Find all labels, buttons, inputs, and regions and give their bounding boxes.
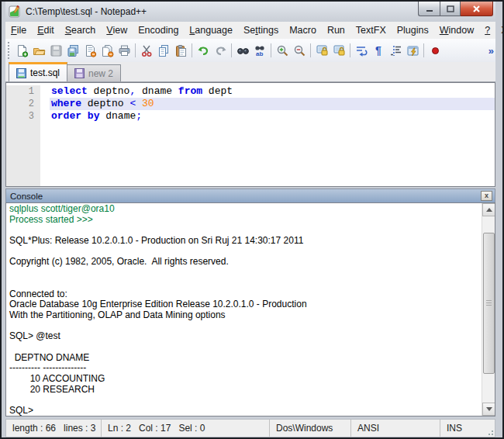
line-number: 2 — [6, 98, 40, 110]
toolbar-separator — [192, 43, 192, 57]
console-line: Connected to: — [9, 289, 482, 300]
zoom-out-button[interactable] — [291, 42, 308, 59]
window-title: C:\Temp\test.sql - Notepad++ — [26, 6, 147, 17]
sync-horizontal-scroll-button[interactable] — [330, 42, 347, 59]
menu-textfx[interactable]: TextFX — [350, 23, 392, 37]
console-panel-header[interactable]: Console x — [5, 188, 495, 202]
menu-settings[interactable]: Settings — [238, 23, 284, 37]
window-controls — [418, 2, 493, 16]
zoom-out-icon — [293, 44, 306, 57]
editor-line-1[interactable]: 1select deptno, dname from dept — [6, 85, 495, 98]
console-line: SQL*Plus: Release 10.2.0.1.0 - Productio… — [9, 236, 482, 247]
console-text: sqlplus scott/tiger@ora10 Process starte… — [6, 204, 482, 417]
close-button[interactable] — [461, 2, 493, 16]
find-button[interactable] — [234, 42, 251, 59]
saved-file-icon — [74, 68, 85, 78]
close-all-icon — [101, 44, 114, 57]
copy-icon — [157, 44, 171, 57]
menu-search[interactable]: Search — [60, 23, 102, 37]
menu-language[interactable]: Language — [184, 23, 238, 37]
zoom-in-button[interactable] — [274, 42, 291, 59]
console-close-button[interactable]: x — [481, 191, 492, 201]
fold-margin — [40, 123, 50, 187]
console-line — [9, 278, 482, 289]
editor-line-3[interactable]: 3order by dname; — [6, 110, 495, 123]
tab-label: test.sql — [30, 67, 60, 78]
pilcrow-icon: ¶ — [375, 45, 381, 56]
fold-margin — [40, 85, 50, 98]
replace-button[interactable]: ab — [251, 42, 268, 59]
scroll-down-icon — [486, 407, 492, 411]
paste-button[interactable] — [172, 42, 189, 59]
scroll-down-button[interactable] — [482, 403, 495, 416]
console-line — [9, 268, 482, 278]
console-line: Process started >>> — [9, 215, 482, 226]
menu-plugins[interactable]: Plugins — [392, 23, 434, 37]
close-all-button[interactable] — [98, 42, 116, 59]
save-button[interactable] — [47, 42, 64, 59]
copy-button[interactable] — [155, 42, 172, 59]
print-button[interactable] — [116, 42, 133, 59]
scrollbar-thumb[interactable] — [483, 233, 495, 374]
indent-guide-button[interactable] — [387, 42, 404, 59]
status-doc-length: length : 66 lines : 3 — [6, 420, 102, 437]
indent-guide-icon — [389, 44, 402, 57]
notepadpp-window: C:\Temp\test.sql - Notepad++ File Edit S… — [0, 0, 504, 439]
console-output[interactable]: sqlplus scott/tiger@ora10 Process starte… — [5, 202, 495, 417]
maximize-button[interactable] — [440, 2, 461, 16]
console-line: sqlplus scott/tiger@ora10 — [9, 204, 482, 215]
find-icon — [236, 44, 250, 57]
cut-button[interactable] — [138, 42, 155, 59]
save-all-icon — [67, 44, 80, 57]
udl-dialog-button[interactable] — [404, 42, 421, 59]
line-number: 3 — [6, 110, 40, 123]
editor-empty-area[interactable] — [6, 123, 495, 187]
scrollbar-grip-icon — [486, 300, 492, 306]
console-line: DEPTNO DNAME — [9, 353, 482, 364]
sync-vertical-scroll-icon — [316, 44, 329, 57]
console-close-icon: x — [485, 192, 488, 199]
new-file-button[interactable] — [13, 42, 30, 59]
toolbar-separator — [310, 43, 311, 57]
word-wrap-button[interactable] — [353, 42, 370, 59]
menu-encoding[interactable]: Encoding — [133, 23, 184, 37]
menu-help[interactable]: ? — [479, 23, 495, 37]
macro-record-button[interactable] — [426, 42, 444, 59]
menu-file[interactable]: File — [5, 23, 32, 37]
toolbar-separator — [231, 43, 232, 57]
open-file-button[interactable] — [30, 42, 47, 59]
undo-button[interactable] — [195, 42, 212, 59]
scroll-up-button[interactable] — [482, 203, 495, 216]
sync-vertical-scroll-button[interactable] — [313, 42, 330, 59]
window-resize-grip[interactable] — [485, 427, 494, 436]
word-wrap-icon — [355, 44, 368, 57]
minimize-button[interactable] — [418, 2, 440, 16]
editor-pane[interactable]: 1select deptno, dname from dept 2where d… — [5, 82, 495, 187]
tab-test-sql[interactable]: test.sql — [9, 62, 67, 81]
toolbar-separator — [135, 43, 136, 57]
saved-file-icon — [16, 68, 26, 78]
editor-line-2-current[interactable]: 2where deptno < 30 — [6, 98, 495, 110]
toolbar-grip[interactable] — [7, 42, 11, 59]
menu-macro[interactable]: Macro — [284, 23, 322, 37]
redo-button[interactable] — [212, 42, 229, 59]
console-scrollbar[interactable] — [482, 203, 495, 416]
status-cursor-position: Ln : 2 Col : 17 Sel : 0 — [102, 420, 270, 437]
menu-edit[interactable]: Edit — [32, 23, 60, 37]
menu-run[interactable]: Run — [322, 23, 350, 37]
menu-view[interactable]: View — [101, 23, 133, 37]
print-icon — [118, 44, 131, 57]
save-all-button[interactable] — [64, 42, 81, 59]
tab-new-2[interactable]: new 2 — [67, 64, 121, 81]
console-line: Copyright (c) 1982, 2005, Oracle. All ri… — [9, 257, 482, 268]
open-file-icon — [33, 44, 46, 57]
close-button-doc[interactable] — [81, 42, 98, 59]
show-all-characters-button[interactable]: ¶ — [370, 42, 387, 59]
menu-window[interactable]: Window — [434, 23, 479, 37]
status-bar: length : 66 lines : 3 Ln : 2 Col : 17 Se… — [5, 419, 495, 437]
console-line — [9, 342, 482, 353]
line-number: 1 — [6, 85, 40, 98]
toolbar-overflow-chevron[interactable]: » — [488, 45, 494, 57]
gutter — [6, 123, 40, 187]
menu-close-document[interactable]: X — [495, 23, 504, 37]
